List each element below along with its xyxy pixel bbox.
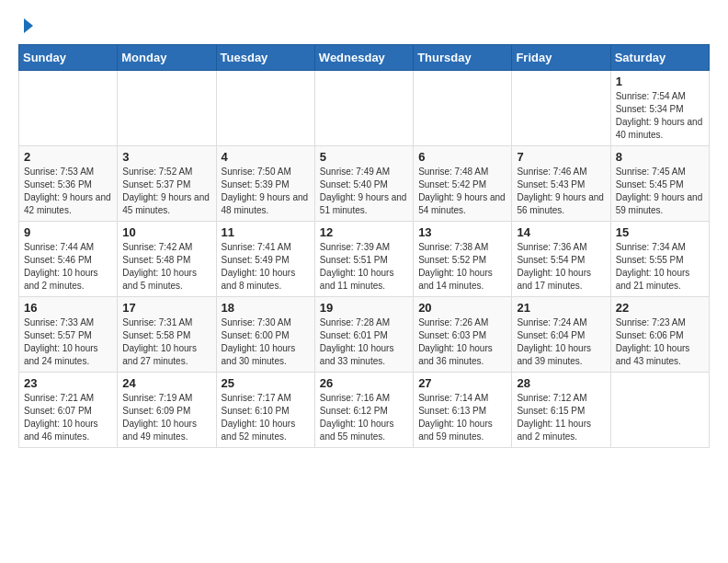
day-number: 23	[24, 376, 112, 390]
calendar-cell: 1Sunrise: 7:54 AM Sunset: 5:34 PM Daylig…	[610, 71, 709, 146]
calendar-cell: 19Sunrise: 7:28 AM Sunset: 6:01 PM Dayli…	[314, 297, 413, 373]
day-info: Sunrise: 7:31 AM Sunset: 5:58 PM Dayligh…	[122, 316, 210, 368]
calendar-week-row: 16Sunrise: 7:33 AM Sunset: 5:57 PM Dayli…	[19, 297, 710, 373]
day-info: Sunrise: 7:21 AM Sunset: 6:07 PM Dayligh…	[24, 392, 112, 443]
day-number: 25	[222, 376, 310, 390]
day-info: Sunrise: 7:23 AM Sunset: 6:06 PM Dayligh…	[616, 316, 704, 368]
calendar-cell	[314, 71, 413, 146]
weekday-header-tuesday: Tuesday	[216, 45, 314, 71]
calendar-cell	[610, 373, 709, 448]
calendar-cell: 17Sunrise: 7:31 AM Sunset: 5:58 PM Dayli…	[118, 297, 216, 373]
calendar-week-row: 23Sunrise: 7:21 AM Sunset: 6:07 PM Dayli…	[19, 373, 710, 448]
weekday-header-monday: Monday	[118, 45, 216, 71]
calendar-cell: 8Sunrise: 7:45 AM Sunset: 5:45 PM Daylig…	[610, 146, 709, 222]
day-number: 1	[616, 75, 704, 88]
calendar-cell: 27Sunrise: 7:14 AM Sunset: 6:13 PM Dayli…	[414, 373, 512, 448]
calendar-cell: 7Sunrise: 7:46 AM Sunset: 5:43 PM Daylig…	[512, 146, 610, 222]
page-header	[18, 18, 710, 35]
day-number: 13	[418, 225, 506, 239]
day-info: Sunrise: 7:44 AM Sunset: 5:46 PM Dayligh…	[24, 241, 112, 293]
weekday-header-sunday: Sunday	[19, 45, 118, 71]
day-number: 14	[517, 225, 605, 239]
calendar-table: SundayMondayTuesdayWednesdayThursdayFrid…	[18, 44, 710, 448]
day-info: Sunrise: 7:41 AM Sunset: 5:49 PM Dayligh…	[222, 241, 310, 293]
calendar-cell	[216, 71, 314, 146]
calendar-cell: 11Sunrise: 7:41 AM Sunset: 5:49 PM Dayli…	[216, 222, 314, 297]
logo	[18, 18, 33, 35]
day-info: Sunrise: 7:24 AM Sunset: 6:04 PM Dayligh…	[517, 316, 605, 368]
day-info: Sunrise: 7:33 AM Sunset: 5:57 PM Dayligh…	[24, 316, 112, 368]
day-number: 24	[122, 376, 210, 390]
calendar-cell: 23Sunrise: 7:21 AM Sunset: 6:07 PM Dayli…	[19, 373, 118, 448]
logo-arrow-icon	[24, 18, 33, 33]
calendar-week-row: 9Sunrise: 7:44 AM Sunset: 5:46 PM Daylig…	[19, 222, 710, 297]
calendar-cell: 22Sunrise: 7:23 AM Sunset: 6:06 PM Dayli…	[610, 297, 709, 373]
day-number: 2	[24, 150, 112, 164]
calendar-cell: 14Sunrise: 7:36 AM Sunset: 5:54 PM Dayli…	[512, 222, 610, 297]
day-number: 3	[122, 150, 210, 164]
day-number: 22	[616, 301, 704, 315]
calendar-week-row: 2Sunrise: 7:53 AM Sunset: 5:36 PM Daylig…	[19, 146, 710, 222]
day-info: Sunrise: 7:38 AM Sunset: 5:52 PM Dayligh…	[418, 241, 506, 293]
day-info: Sunrise: 7:34 AM Sunset: 5:55 PM Dayligh…	[616, 241, 704, 293]
day-number: 4	[222, 150, 310, 164]
weekday-header-friday: Friday	[512, 45, 610, 71]
day-number: 7	[517, 150, 605, 164]
calendar-cell: 10Sunrise: 7:42 AM Sunset: 5:48 PM Dayli…	[118, 222, 216, 297]
day-info: Sunrise: 7:54 AM Sunset: 5:34 PM Dayligh…	[616, 90, 704, 142]
calendar-cell: 9Sunrise: 7:44 AM Sunset: 5:46 PM Daylig…	[19, 222, 118, 297]
day-info: Sunrise: 7:48 AM Sunset: 5:42 PM Dayligh…	[418, 166, 506, 217]
calendar-cell	[512, 71, 610, 146]
day-number: 12	[320, 225, 408, 239]
day-number: 8	[616, 150, 704, 164]
calendar-cell: 5Sunrise: 7:49 AM Sunset: 5:40 PM Daylig…	[314, 146, 413, 222]
calendar-cell: 2Sunrise: 7:53 AM Sunset: 5:36 PM Daylig…	[19, 146, 118, 222]
calendar-cell: 24Sunrise: 7:19 AM Sunset: 6:09 PM Dayli…	[118, 373, 216, 448]
weekday-header-thursday: Thursday	[414, 45, 512, 71]
calendar-cell: 6Sunrise: 7:48 AM Sunset: 5:42 PM Daylig…	[414, 146, 512, 222]
day-info: Sunrise: 7:52 AM Sunset: 5:37 PM Dayligh…	[122, 166, 210, 217]
day-info: Sunrise: 7:14 AM Sunset: 6:13 PM Dayligh…	[418, 392, 506, 443]
calendar-cell: 25Sunrise: 7:17 AM Sunset: 6:10 PM Dayli…	[216, 373, 314, 448]
day-info: Sunrise: 7:30 AM Sunset: 6:00 PM Dayligh…	[222, 316, 310, 368]
day-info: Sunrise: 7:16 AM Sunset: 6:12 PM Dayligh…	[320, 392, 408, 443]
calendar-cell: 12Sunrise: 7:39 AM Sunset: 5:51 PM Dayli…	[314, 222, 413, 297]
day-number: 28	[517, 376, 605, 390]
day-number: 19	[320, 301, 408, 315]
day-info: Sunrise: 7:46 AM Sunset: 5:43 PM Dayligh…	[517, 166, 605, 217]
day-info: Sunrise: 7:45 AM Sunset: 5:45 PM Dayligh…	[616, 166, 704, 217]
day-info: Sunrise: 7:50 AM Sunset: 5:39 PM Dayligh…	[222, 166, 310, 217]
day-info: Sunrise: 7:36 AM Sunset: 5:54 PM Dayligh…	[517, 241, 605, 293]
day-info: Sunrise: 7:53 AM Sunset: 5:36 PM Dayligh…	[24, 166, 112, 217]
calendar-cell: 18Sunrise: 7:30 AM Sunset: 6:00 PM Dayli…	[216, 297, 314, 373]
calendar-cell	[19, 71, 118, 146]
calendar-cell: 20Sunrise: 7:26 AM Sunset: 6:03 PM Dayli…	[414, 297, 512, 373]
day-number: 17	[122, 301, 210, 315]
day-number: 11	[222, 225, 310, 239]
calendar-cell: 28Sunrise: 7:12 AM Sunset: 6:15 PM Dayli…	[512, 373, 610, 448]
day-info: Sunrise: 7:26 AM Sunset: 6:03 PM Dayligh…	[418, 316, 506, 368]
day-info: Sunrise: 7:12 AM Sunset: 6:15 PM Dayligh…	[517, 392, 605, 443]
calendar-cell: 13Sunrise: 7:38 AM Sunset: 5:52 PM Dayli…	[414, 222, 512, 297]
day-number: 16	[24, 301, 112, 315]
day-number: 9	[24, 225, 112, 239]
calendar-cell	[118, 71, 216, 146]
day-number: 15	[616, 225, 704, 239]
day-number: 5	[320, 150, 408, 164]
calendar-cell: 26Sunrise: 7:16 AM Sunset: 6:12 PM Dayli…	[314, 373, 413, 448]
day-info: Sunrise: 7:42 AM Sunset: 5:48 PM Dayligh…	[122, 241, 210, 293]
calendar-cell: 15Sunrise: 7:34 AM Sunset: 5:55 PM Dayli…	[610, 222, 709, 297]
calendar-cell: 16Sunrise: 7:33 AM Sunset: 5:57 PM Dayli…	[19, 297, 118, 373]
calendar-cell: 21Sunrise: 7:24 AM Sunset: 6:04 PM Dayli…	[512, 297, 610, 373]
weekday-header-row: SundayMondayTuesdayWednesdayThursdayFrid…	[19, 45, 710, 71]
day-number: 21	[517, 301, 605, 315]
day-info: Sunrise: 7:28 AM Sunset: 6:01 PM Dayligh…	[320, 316, 408, 368]
day-info: Sunrise: 7:19 AM Sunset: 6:09 PM Dayligh…	[122, 392, 210, 443]
day-number: 18	[222, 301, 310, 315]
day-number: 10	[122, 225, 210, 239]
weekday-header-wednesday: Wednesday	[314, 45, 413, 71]
day-info: Sunrise: 7:49 AM Sunset: 5:40 PM Dayligh…	[320, 166, 408, 217]
day-number: 6	[418, 150, 506, 164]
calendar-cell: 3Sunrise: 7:52 AM Sunset: 5:37 PM Daylig…	[118, 146, 216, 222]
calendar-cell	[414, 71, 512, 146]
